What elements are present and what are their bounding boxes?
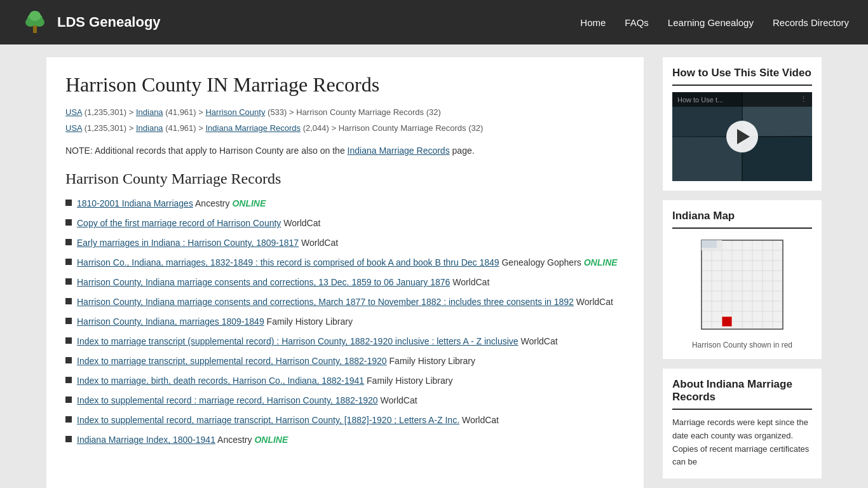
source-tag: Ancestry xyxy=(195,198,229,208)
record-link[interactable]: Harrison County, Indiana marriage consen… xyxy=(77,297,574,307)
record-link[interactable]: Index to supplemental record, marriage t… xyxy=(77,415,459,425)
list-item: Index to supplemental record, marriage t… xyxy=(65,414,625,427)
nav-records-directory[interactable]: Records Directory xyxy=(773,17,849,28)
source-tag: WorldCat xyxy=(283,218,320,228)
sidebar: How to Use This Site Video How to Use t.… xyxy=(663,57,822,488)
source-tag: WorldCat xyxy=(301,238,338,248)
list-item: Harrison County, Indiana marriage consen… xyxy=(65,295,625,309)
video-section: How to Use This Site Video How to Use t.… xyxy=(663,57,822,191)
main-wrapper: Harrison County IN Marriage Records USA … xyxy=(27,44,841,488)
breadcrumb-indiana-marriage[interactable]: Indiana Marriage Records xyxy=(205,123,301,133)
map-caption: Harrison County shown in red xyxy=(692,341,792,349)
record-link[interactable]: 1810-2001 Indiana Marriages xyxy=(77,198,193,208)
main-nav: Home FAQs Learning Genealogy Records Dir… xyxy=(580,17,849,28)
breadcrumb-harrison-county[interactable]: Harrison County xyxy=(205,107,265,117)
bullet-icon xyxy=(65,278,72,285)
breadcrumb-2: USA (1,235,301) > Indiana (41,961) > Ind… xyxy=(65,122,625,135)
breadcrumb-usa-2[interactable]: USA xyxy=(65,123,82,133)
svg-point-5 xyxy=(29,11,41,21)
record-link[interactable]: Early marriages in Indiana : Harrison Co… xyxy=(77,238,299,248)
bullet-icon xyxy=(65,436,72,442)
bullet-icon xyxy=(65,239,72,245)
source-tag: WorldCat xyxy=(521,336,558,346)
logo-area[interactable]: LDS Genealogy xyxy=(19,6,161,38)
source-tag: Genealogy Gophers xyxy=(501,257,581,268)
bullet-icon xyxy=(65,337,72,344)
note-text: NOTE: Additional records that apply to H… xyxy=(65,144,625,158)
play-button[interactable] xyxy=(726,121,758,152)
list-item: Index to marriage transcript (supplement… xyxy=(65,335,625,348)
bullet-icon xyxy=(65,396,72,403)
nav-home[interactable]: Home xyxy=(580,17,606,28)
bullet-icon xyxy=(65,259,72,265)
record-link[interactable]: Index to supplemental record : marriage … xyxy=(77,395,378,405)
about-section: About Indiana Marriage Records Marriage … xyxy=(663,369,822,478)
logo-icon xyxy=(19,6,51,38)
record-link[interactable]: Index to marriage, birth, death records,… xyxy=(77,376,364,386)
svg-rect-25 xyxy=(702,240,717,248)
record-link[interactable]: Harrison County, Indiana marriage consen… xyxy=(77,277,450,287)
list-item: Harrison Co., Indiana, marriages, 1832-1… xyxy=(65,256,625,269)
bullet-icon xyxy=(65,200,72,206)
bullet-icon xyxy=(65,357,72,363)
about-section-title: About Indiana Marriage Records xyxy=(672,378,812,410)
bullet-icon xyxy=(65,377,72,383)
bullet-icon xyxy=(65,416,72,423)
indiana-map xyxy=(685,235,799,337)
online-badge: ONLINE xyxy=(232,198,266,208)
record-link[interactable]: Harrison County, Indiana, marriages 1809… xyxy=(77,316,264,327)
list-item: Index to marriage transcript, supplement… xyxy=(65,355,625,368)
nav-learning[interactable]: Learning Genealogy xyxy=(668,17,754,28)
about-text: Marriage records were kept since the dat… xyxy=(672,416,812,469)
map-section-title: Indiana Map xyxy=(672,210,812,229)
record-link[interactable]: Index to marriage transcript (supplement… xyxy=(77,336,519,346)
svg-rect-1 xyxy=(33,25,37,33)
source-tag: WorldCat xyxy=(462,415,499,425)
list-item: Index to marriage, birth, death records,… xyxy=(65,374,625,388)
page-title: Harrison County IN Marriage Records xyxy=(65,73,625,97)
list-item: Copy of the first marriage record of Har… xyxy=(65,217,625,230)
source-tag: Family History Library xyxy=(267,316,353,327)
source-tag: Ancestry xyxy=(217,435,252,445)
list-item: Harrison County, Indiana, marriages 1809… xyxy=(65,315,625,329)
record-link[interactable]: Index to marriage transcript, supplement… xyxy=(77,356,387,366)
bullet-icon xyxy=(65,318,72,324)
source-tag: Family History Library xyxy=(367,376,452,386)
source-tag: WorldCat xyxy=(381,395,417,405)
source-tag: Family History Library xyxy=(390,356,475,366)
list-item: Early marriages in Indiana : Harrison Co… xyxy=(65,236,625,250)
source-tag: WorldCat xyxy=(576,297,613,307)
video-overlay xyxy=(672,92,812,181)
list-item: Index to supplemental record : marriage … xyxy=(65,394,625,407)
record-link[interactable]: Copy of the first marriage record of Har… xyxy=(77,218,281,228)
record-link[interactable]: Harrison Co., Indiana, marriages, 1832-1… xyxy=(77,257,499,268)
svg-rect-24 xyxy=(722,316,732,327)
indiana-map-container: Harrison County shown in red xyxy=(672,235,812,349)
bullet-icon xyxy=(65,298,72,304)
video-thumbnail[interactable]: How to Use t... ⋮ xyxy=(672,92,812,181)
online-badge: ONLINE xyxy=(584,257,618,268)
site-header: LDS Genealogy Home FAQs Learning Genealo… xyxy=(0,0,868,44)
play-icon xyxy=(737,129,750,144)
online-badge: ONLINE xyxy=(254,435,288,445)
section-title: Harrison County Marriage Records xyxy=(65,170,625,187)
indiana-marriage-records-link[interactable]: Indiana Marriage Records xyxy=(348,146,450,156)
main-content: Harrison County IN Marriage Records USA … xyxy=(46,57,644,488)
records-list: 1810-2001 Indiana Marriages Ancestry ONL… xyxy=(65,197,625,447)
map-section: Indiana Map xyxy=(663,200,822,359)
list-item: 1810-2001 Indiana Marriages Ancestry ONL… xyxy=(65,197,625,210)
source-tag: WorldCat xyxy=(452,277,489,287)
bullet-icon xyxy=(65,219,72,226)
nav-faqs[interactable]: FAQs xyxy=(625,17,649,28)
list-item: Harrison County, Indiana marriage consen… xyxy=(65,276,625,289)
breadcrumb-indiana-2[interactable]: Indiana xyxy=(136,123,163,133)
breadcrumb-1: USA (1,235,301) > Indiana (41,961) > Har… xyxy=(65,106,625,119)
breadcrumb-usa-1[interactable]: USA xyxy=(65,107,82,117)
video-section-title: How to Use This Site Video xyxy=(672,67,812,86)
list-item: Indiana Marriage Index, 1800-1941 Ancest… xyxy=(65,433,625,447)
logo-text[interactable]: LDS Genealogy xyxy=(57,14,161,30)
record-link[interactable]: Indiana Marriage Index, 1800-1941 xyxy=(77,435,215,445)
breadcrumb-indiana-1[interactable]: Indiana xyxy=(136,107,163,117)
